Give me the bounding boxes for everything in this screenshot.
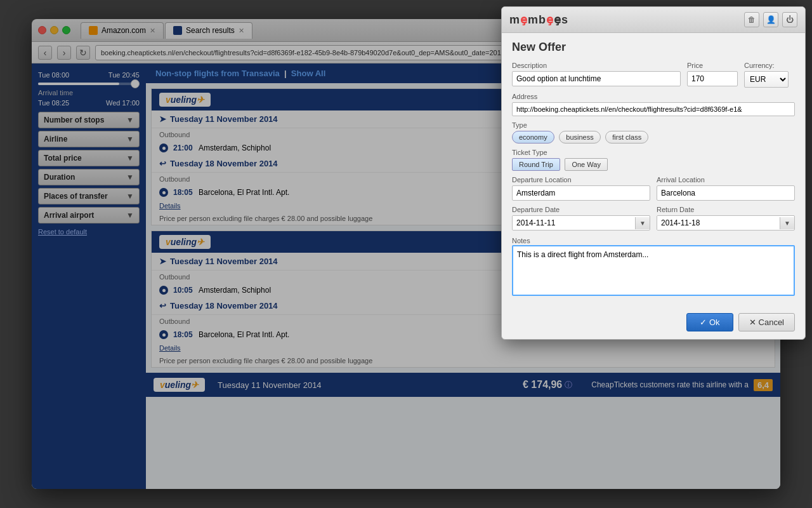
departure-date-arrow[interactable]: ▼ <box>635 217 650 229</box>
ticket-round-trip[interactable]: Round Trip <box>512 158 560 171</box>
notes-label: Notes <box>512 237 530 244</box>
type-economy[interactable]: economy <box>512 131 554 144</box>
form-row-1: Description Price Currency: EUR USD GBP <box>512 62 780 88</box>
type-label: Type <box>512 121 780 129</box>
modal-body: New Offer Description Price Currency: <box>502 33 780 313</box>
departure-location-input[interactable] <box>512 185 650 201</box>
type-first-class[interactable]: first class <box>605 131 648 144</box>
description-field: Description <box>512 62 681 86</box>
price-field: Price <box>687 62 738 86</box>
ticket-type-label: Ticket Type <box>512 149 780 156</box>
currency-label: Currency: <box>744 62 780 69</box>
new-offer-modal: mȩmbȩȩs 🗑 👤 ⏻ New Offer Description <box>501 19 780 340</box>
form-row-address: Address <box>512 93 780 116</box>
modal-title: New Offer <box>512 41 780 54</box>
ticket-type-section: Ticket Type Round Trip One Way <box>512 149 780 171</box>
content-area: Tue 08:00 Tue 20:45 Arrival time Tue 08:… <box>32 64 780 489</box>
modal-icons: 🗑 👤 ⏻ <box>744 19 780 27</box>
location-row: Departure Location Arrival Location <box>512 176 780 201</box>
browser-window: Amazon.com ✕ Search results ✕ 👤 ‹ › ↻ bo… <box>32 19 780 489</box>
modal-titlebar: mȩmbȩȩs 🗑 👤 ⏻ <box>502 19 780 33</box>
logo-text: m <box>509 19 520 26</box>
modal-footer: ✓ Ok ✕ Cancel <box>502 313 780 339</box>
description-label: Description <box>512 62 681 69</box>
return-date-input[interactable] <box>657 216 780 230</box>
return-date-arrow[interactable]: ▼ <box>780 217 780 229</box>
return-date-select[interactable]: ▼ <box>657 215 780 231</box>
departure-date-field: Departure Date ▼ <box>512 206 650 231</box>
departure-date-input[interactable] <box>513 216 635 230</box>
return-date-label: Return Date <box>657 206 780 213</box>
departure-date-label: Departure Date <box>512 206 650 213</box>
date-row: Departure Date ▼ Return Date ▼ <box>512 206 780 231</box>
address-label: Address <box>512 93 780 100</box>
arrival-location-field: Arrival Location <box>657 176 780 201</box>
arrival-location-label: Arrival Location <box>657 176 780 184</box>
return-date-field: Return Date ▼ <box>657 206 780 231</box>
ok-label: Ok <box>709 318 720 327</box>
arrival-location-input[interactable] <box>657 185 780 201</box>
modal-logo: mȩmbȩȩs <box>509 19 744 27</box>
currency-field: Currency: EUR USD GBP <box>744 62 780 88</box>
modal-person-button[interactable]: 👤 <box>763 19 778 27</box>
price-input[interactable] <box>687 71 738 86</box>
type-business[interactable]: business <box>559 131 600 144</box>
address-input[interactable] <box>512 102 780 116</box>
type-tags: economy business first class <box>512 131 780 144</box>
modal-trash-button[interactable]: 🗑 <box>744 19 759 27</box>
ok-button[interactable]: ✓ Ok <box>686 313 733 331</box>
price-label: Price <box>687 62 738 69</box>
notes-textarea[interactable]: This is a direct flight from Amsterdam..… <box>512 245 780 296</box>
currency-select[interactable]: EUR USD GBP <box>744 71 780 88</box>
departure-location-label: Departure Location <box>512 176 650 184</box>
cancel-button[interactable]: ✕ Cancel <box>738 313 780 331</box>
ticket-type-buttons: Round Trip One Way <box>512 158 780 171</box>
departure-location-field: Departure Location <box>512 176 650 201</box>
departure-date-select[interactable]: ▼ <box>512 215 650 231</box>
ticket-one-way[interactable]: One Way <box>565 158 607 171</box>
cancel-icon: ✕ <box>749 318 756 327</box>
cancel-label: Cancel <box>759 318 780 327</box>
address-field: Address <box>512 93 780 116</box>
notes-section: Notes This is a direct flight from Amste… <box>512 236 780 298</box>
description-input[interactable] <box>512 71 681 86</box>
type-section: Type economy business first class <box>512 121 780 144</box>
ok-icon: ✓ <box>700 318 707 327</box>
